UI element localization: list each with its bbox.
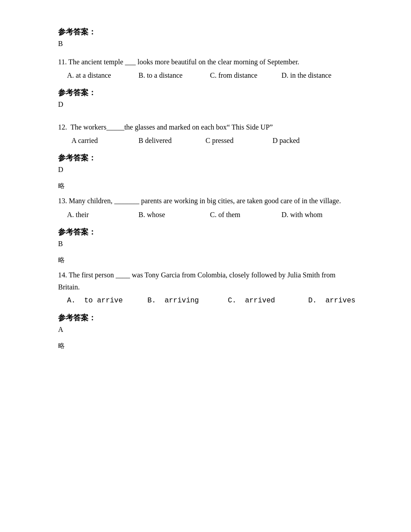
q11-option-c: C. from distance [210,71,281,80]
note-3: 略 [58,342,353,350]
q13-option-d: D. with whom [281,211,353,219]
question-12-options: A carried B delivered C pressed D packed [71,137,353,145]
page-content: 参考答案： B 11. The ancient temple ___ looks… [58,27,353,350]
ref-answer-label-3: 参考答案： [58,153,353,163]
question-13-text: 13. Many children, _______ parents are w… [58,195,353,207]
q12-option-a: A carried [71,137,138,145]
q11-option-d: D. in the distance [281,71,353,80]
question-11-text: 11. The ancient temple ___ looks more be… [58,56,353,68]
q13-option-b: B. whose [138,211,210,219]
question-14-options: A. to arrive B. arriving C. arrived D. a… [67,297,353,305]
question-11-section: 11. The ancient temple ___ looks more be… [58,56,353,80]
q12-option-d: D packed [273,137,340,145]
answer-letter-1: B [58,40,353,48]
question-13-section: 13. Many children, _______ parents are w… [58,195,353,218]
q12-option-c: C pressed [206,137,273,145]
ref-answer-section-1: 参考答案： B [58,27,353,48]
question-14-text: 14. The first person ____ was Tony Garci… [58,269,353,293]
q14-option-b: B. arriving [147,297,228,305]
q14-option-c: C. arrived [228,297,308,305]
question-11-options: A. at a distance B. to a distance C. fro… [67,71,353,80]
question-13-options: A. their B. whose C. of them D. with who… [67,211,353,219]
q11-option-b: B. to a distance [138,71,210,80]
q14-option-a: A. to arrive [67,297,147,305]
ref-answer-label-2: 参考答案： [58,88,353,98]
answer-letter-4: B [58,240,353,248]
ref-answer-section-2: 参考答案： D [58,88,353,109]
note-2: 略 [58,256,353,264]
answer-letter-2: D [58,101,353,109]
q12-option-b: B delivered [138,137,206,145]
ref-answer-label-5: 参考答案： [58,313,353,323]
q14-option-d: D. arrives [308,297,389,305]
q11-option-a: A. at a distance [67,71,138,80]
q13-option-c: C. of them [210,211,281,219]
ref-answer-section-4: 参考答案： B [58,227,353,248]
question-12-text: 12. The workers_____the glasses and mark… [58,121,353,133]
answer-letter-3: D [58,166,353,174]
note-1: 略 [58,182,353,190]
answer-letter-5: A [58,326,353,334]
q13-option-a: A. their [67,211,138,219]
question-12-section: 12. The workers_____the glasses and mark… [58,121,353,145]
ref-answer-section-5: 参考答案： A [58,313,353,334]
ref-answer-section-3: 参考答案： D [58,153,353,174]
ref-answer-label-1: 参考答案： [58,27,353,37]
ref-answer-label-4: 参考答案： [58,227,353,237]
question-14-section: 14. The first person ____ was Tony Garci… [58,269,353,305]
